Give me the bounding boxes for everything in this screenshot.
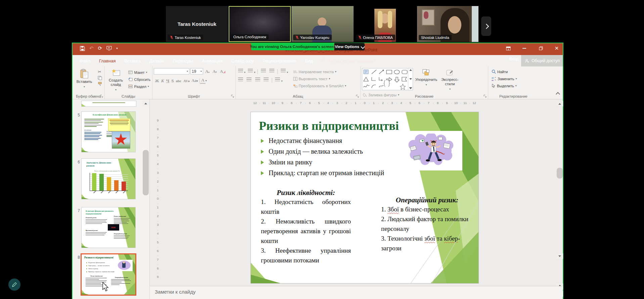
participant-tile-yaroslav[interactable]: Yaroslav Kurageu — [291, 6, 354, 42]
bullets-icon[interactable] — [238, 69, 243, 72]
redo-icon[interactable]: ⟳ — [98, 45, 102, 51]
slide-bullet[interactable]: Один дохід — велика залежність — [261, 148, 363, 155]
tab-review[interactable]: Рецензирование — [258, 55, 301, 66]
select-button[interactable]: Выделить▾ — [492, 82, 537, 89]
layout-button[interactable]: Макет▾ — [128, 69, 150, 76]
line-spacing-icon[interactable] — [281, 69, 286, 72]
underline-button[interactable]: Ч — [165, 78, 171, 84]
dialog-launcher-icon[interactable] — [356, 95, 359, 98]
tab-animations[interactable]: Анимация — [197, 55, 227, 66]
mini8-illustration-panel — [117, 260, 133, 271]
thumbnail-slide6[interactable]: Значущість фінансових ризиків Рівень неб… — [81, 158, 136, 199]
thumbnail-slide7[interactable]: Ключові фінансові ризики в підприємництв… — [81, 207, 136, 248]
thumb-scroll-up-button[interactable] — [142, 101, 149, 106]
slide-bullet[interactable]: Недостатнє фінансування — [261, 137, 342, 145]
align-center-icon[interactable] — [246, 78, 251, 81]
restore-button[interactable] — [536, 44, 546, 53]
tab-home[interactable]: Главная — [95, 55, 120, 66]
copy-icon[interactable] — [98, 76, 102, 80]
participant-tile-taras[interactable]: Taras Kosteniuk Taras Kosteniuk — [166, 6, 228, 42]
text-shadow-button[interactable]: S — [170, 78, 175, 84]
save-icon[interactable] — [80, 46, 85, 51]
tab-transitions[interactable]: Переходы — [168, 55, 197, 66]
participant-tile-shostak[interactable]: Shostak Liudmila — [417, 6, 478, 42]
tell-me-box[interactable]: Что вы хотите сделать? — [317, 55, 380, 66]
arrange-button[interactable]: Упорядочить▾ — [414, 68, 438, 87]
align-text-button[interactable]: Выровнять текст▾ — [293, 75, 346, 82]
replace-button[interactable]: abac Заменить▾ — [492, 75, 537, 82]
character-spacing-button[interactable]: AV▾ — [182, 79, 191, 83]
reset-button[interactable]: Сбросить — [128, 76, 150, 83]
tab-view[interactable]: Вид — [301, 55, 317, 66]
find-button[interactable]: Найти — [492, 68, 537, 75]
main-scroll-down-button[interactable] — [556, 253, 563, 259]
minimize-button[interactable] — [519, 44, 529, 53]
columns-icon[interactable] — [275, 78, 280, 81]
mini7-block-liquidity: Ризик ліквідності: — [114, 215, 131, 225]
font-size-combo[interactable]: 19▾ — [190, 68, 203, 74]
slide-bullet[interactable]: Зміни на ринку — [261, 158, 312, 166]
share-button[interactable]: Общий доступ — [521, 55, 563, 66]
close-button[interactable]: ✕ — [552, 44, 562, 53]
clear-formatting-icon[interactable]: A◢ — [219, 69, 226, 74]
increase-indent-icon[interactable] — [269, 69, 274, 72]
convert-smartart-button[interactable]: Преобразовать в SmartArt▾ — [293, 82, 346, 89]
dialog-launcher-icon[interactable] — [100, 95, 103, 98]
ribbon-display-options-button[interactable] — [503, 44, 513, 53]
view-options-button[interactable]: View Options — [334, 43, 365, 50]
slide-bullet[interactable]: Приклад: стартап не отримав інвестицій — [261, 169, 384, 177]
dialog-launcher-icon[interactable] — [484, 95, 487, 98]
slide-number-8: 8 — [73, 255, 80, 260]
shapes-gallery[interactable] — [362, 68, 413, 90]
slide-canvas[interactable]: Ризики в підприємництві Недостатнє фінан… — [250, 112, 479, 284]
notes-panel[interactable]: Заметки к слайду — [150, 286, 563, 299]
liquidity-items: 1. Недостатність оборотних коштів 2. Нем… — [261, 197, 351, 265]
thumbnail-slide5[interactable]: Класифікація фінансових ризиків За видам… — [81, 111, 136, 152]
strikethrough-button[interactable]: abc — [175, 79, 182, 83]
main-scrollbar-thumb[interactable] — [557, 168, 563, 179]
slide-title[interactable]: Ризики в підприємництві — [259, 119, 399, 133]
align-left-icon[interactable] — [238, 78, 243, 81]
dialog-launcher-icon[interactable] — [231, 95, 234, 98]
decrease-indent-icon[interactable] — [261, 69, 266, 72]
qat-customize-icon[interactable]: ▾ — [116, 47, 118, 50]
format-painter-icon[interactable] — [98, 82, 102, 86]
quick-styles-button[interactable]: Экспресс-стили▾ — [440, 68, 460, 91]
participants-next-button[interactable] — [481, 16, 491, 36]
font-name-combo[interactable]: ▾ — [154, 68, 189, 74]
text-direction-button[interactable]: Направление текста▾ — [293, 68, 346, 75]
start-slideshow-icon[interactable] — [106, 46, 112, 51]
tab-slideshow[interactable]: Слайд-шоу — [227, 55, 258, 66]
align-right-icon[interactable] — [255, 78, 260, 81]
shrink-font-icon[interactable]: A▾ — [212, 69, 218, 74]
cut-icon[interactable]: ✂ — [98, 69, 102, 74]
sign-in-link[interactable]: Вход — [509, 56, 518, 61]
main-scroll-up-button[interactable] — [556, 101, 563, 106]
change-case-button[interactable]: Aa▾ — [190, 78, 199, 83]
justify-icon[interactable] — [264, 78, 269, 81]
font-color-button[interactable]: А — [200, 78, 205, 84]
paste-button[interactable]: Вставить▾ — [74, 68, 95, 89]
collapse-ribbon-button[interactable] — [556, 91, 559, 97]
thumb-scrollbar-thumb[interactable] — [143, 150, 149, 195]
shapes-gallery-scrollbar[interactable] — [408, 68, 413, 90]
tab-design[interactable]: Дизайн — [145, 55, 169, 66]
liquidity-risk-textbox[interactable]: Ризик ліквідності: 1. Недостатність обор… — [261, 189, 351, 265]
tab-file[interactable]: Файл — [75, 55, 95, 66]
undo-icon[interactable]: ↶ — [89, 45, 94, 51]
participant-tile-olena[interactable]: Олена ПАВЛОВА — [354, 6, 416, 42]
thumbnail-slide4-partial[interactable] — [81, 101, 136, 107]
ribbon-group-slides: Создать слайд▾ Макет▾ Сбросить Раздел▾ — [105, 66, 152, 99]
annotate-pencil-button[interactable] — [8, 279, 20, 291]
bold-button[interactable]: Ж — [154, 78, 160, 84]
operational-risk-textbox[interactable]: Операційний ризик: 1. Збої в бізнес-проц… — [381, 196, 473, 253]
tab-insert[interactable]: Вставка — [120, 55, 145, 66]
section-button[interactable]: Раздел▾ — [128, 83, 150, 90]
grow-font-icon[interactable]: A▴ — [204, 69, 211, 74]
numbering-icon[interactable] — [248, 69, 253, 72]
participant-tile-olha-active-speaker[interactable]: Ольга Слободянюк — [229, 6, 291, 42]
thumbnail-slide8-selected[interactable]: Ризики в підприємництві Недостатнє фінан… — [81, 253, 136, 296]
new-slide-button[interactable]: Создать слайд▾ — [106, 68, 126, 92]
italic-button[interactable]: К — [160, 78, 165, 84]
clipboard-small-buttons: ✂ — [98, 68, 102, 86]
